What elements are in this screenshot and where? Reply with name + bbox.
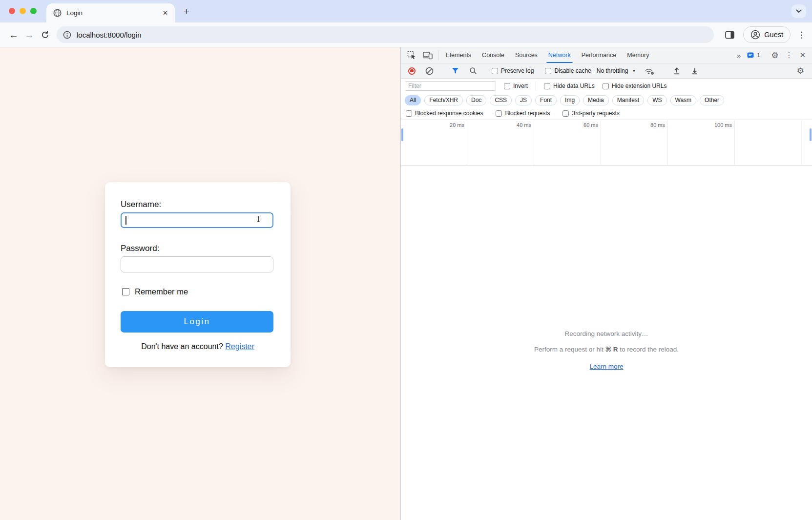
- chip-fetch-xhr[interactable]: Fetch/XHR: [424, 95, 463, 105]
- hide-extension-urls-toggle[interactable]: Hide extension URLs: [603, 83, 667, 89]
- tab-search-button[interactable]: [791, 4, 806, 18]
- tab-network[interactable]: Network: [543, 47, 576, 63]
- search-icon[interactable]: [466, 67, 480, 75]
- timeline-fill: [802, 120, 812, 165]
- new-tab-button[interactable]: +: [180, 4, 193, 18]
- throttling-value: No throttling: [597, 67, 628, 74]
- timeline-right-handle[interactable]: [810, 128, 812, 141]
- checkbox-icon: [406, 110, 412, 117]
- chip-other[interactable]: Other: [700, 95, 724, 105]
- chip-img[interactable]: Img: [560, 95, 580, 105]
- more-tabs-icon[interactable]: »: [733, 51, 744, 60]
- tab-close-icon[interactable]: ✕: [163, 9, 168, 17]
- network-filter-row: Invert Hide data URLs Hide extension URL…: [401, 79, 812, 93]
- username-field[interactable]: [121, 212, 273, 228]
- hide-data-urls-label: Hide data URLs: [553, 83, 595, 89]
- preserve-log-toggle[interactable]: Preserve log: [492, 67, 534, 74]
- timeline-tick: 100 ms: [668, 120, 735, 165]
- chip-font[interactable]: Font: [535, 95, 557, 105]
- devtools-panel: Elements Console Sources Network Perform…: [400, 47, 812, 520]
- profile-button[interactable]: Guest: [743, 26, 791, 43]
- chip-js[interactable]: JS: [515, 95, 532, 105]
- inspect-element-icon[interactable]: [404, 47, 419, 63]
- filter-icon[interactable]: [448, 67, 462, 74]
- hide-extension-urls-label: Hide extension URLs: [612, 83, 667, 89]
- recording-status-text: Recording network activity…: [401, 330, 812, 337]
- export-har-icon[interactable]: [687, 67, 702, 75]
- timeline-tick: 20 ms: [401, 120, 467, 165]
- checkbox-icon: [545, 68, 551, 74]
- import-har-icon[interactable]: [669, 67, 684, 75]
- tab-strip: Login ✕ +: [0, 0, 812, 22]
- device-toolbar-icon[interactable]: [419, 47, 436, 63]
- invert-toggle[interactable]: Invert: [504, 83, 528, 89]
- login-card: Username: I Password: Remember me Login …: [105, 182, 291, 367]
- network-overview-timeline[interactable]: 20 ms 40 ms 60 ms 80 ms 100 ms: [401, 120, 812, 166]
- resource-type-chips: All Fetch/XHR Doc CSS JS Font Img Media …: [401, 93, 812, 107]
- login-button[interactable]: Login: [121, 311, 273, 333]
- chip-ws[interactable]: WS: [647, 95, 666, 105]
- filter-input[interactable]: [405, 81, 496, 91]
- remember-me-row[interactable]: Remember me: [122, 287, 188, 296]
- tab-performance[interactable]: Performance: [576, 47, 622, 63]
- chip-all[interactable]: All: [405, 95, 421, 105]
- devtools-close-icon[interactable]: ✕: [796, 51, 809, 60]
- throttling-dropdown[interactable]: No throttling ▼: [595, 67, 638, 74]
- tab-elements[interactable]: Elements: [440, 47, 477, 63]
- chip-manifest[interactable]: Manifest: [612, 95, 644, 105]
- chip-css[interactable]: CSS: [490, 95, 512, 105]
- password-label: Password:: [121, 244, 159, 253]
- register-row: Don't have an account? Register: [105, 342, 291, 351]
- checkbox-icon: [562, 110, 569, 117]
- tab-sources[interactable]: Sources: [510, 47, 543, 63]
- record-button[interactable]: [408, 67, 416, 75]
- issues-button[interactable]: 1: [744, 52, 763, 59]
- web-page: Username: I Password: Remember me Login …: [0, 47, 400, 520]
- reload-button[interactable]: [37, 26, 53, 43]
- third-party-requests-toggle[interactable]: 3rd-party requests: [562, 110, 619, 117]
- globe-favicon-icon: [53, 9, 62, 17]
- blocked-response-cookies-toggle[interactable]: Blocked response cookies: [406, 110, 483, 117]
- window-minimize-button[interactable]: [20, 8, 26, 14]
- browser-tab-login[interactable]: Login ✕: [46, 3, 175, 22]
- timeline-tick: 40 ms: [467, 120, 534, 165]
- url-text: localhost:8000/login: [77, 31, 142, 39]
- chip-wasm[interactable]: Wasm: [670, 95, 697, 105]
- chip-doc[interactable]: Doc: [466, 95, 486, 105]
- disable-cache-toggle[interactable]: Disable cache: [545, 67, 591, 74]
- browser-menu-button[interactable]: ⋮: [796, 30, 806, 40]
- divider: [536, 82, 536, 90]
- network-settings-icon[interactable]: ⚙: [793, 67, 808, 75]
- site-info-icon[interactable]: [63, 31, 71, 39]
- timeline-tick: 80 ms: [601, 120, 668, 165]
- invert-label: Invert: [513, 83, 528, 89]
- checkbox-icon: [492, 68, 498, 74]
- window-maximize-button[interactable]: [30, 8, 37, 14]
- chip-media[interactable]: Media: [583, 95, 609, 105]
- password-field[interactable]: [121, 256, 273, 272]
- clear-icon[interactable]: [422, 67, 437, 75]
- tab-title: Login: [66, 9, 158, 17]
- side-panel-button[interactable]: [722, 26, 737, 43]
- register-link[interactable]: Register: [225, 342, 254, 351]
- devtools-settings-icon[interactable]: ⚙: [768, 51, 782, 60]
- network-conditions-icon[interactable]: [641, 67, 658, 75]
- tab-memory[interactable]: Memory: [622, 47, 654, 63]
- tab-console[interactable]: Console: [477, 47, 510, 63]
- guest-avatar-icon: [750, 30, 760, 40]
- back-button[interactable]: ←: [6, 26, 21, 43]
- blocked-filters-row: Blocked response cookies Blocked request…: [401, 107, 812, 120]
- remember-me-checkbox[interactable]: [122, 288, 129, 295]
- recording-hint-text: Perform a request or hit ⌘ R to record t…: [401, 345, 812, 353]
- disable-cache-label: Disable cache: [554, 67, 591, 74]
- address-bar[interactable]: localhost:8000/login: [57, 26, 714, 43]
- timeline-left-handle[interactable]: [401, 128, 403, 141]
- blocked-requests-toggle[interactable]: Blocked requests: [496, 110, 550, 117]
- hide-data-urls-toggle[interactable]: Hide data URLs: [544, 83, 595, 89]
- devtools-menu-icon[interactable]: ⋮: [782, 51, 796, 60]
- blocked-requests-label: Blocked requests: [505, 110, 550, 117]
- content-area: Username: I Password: Remember me Login …: [0, 47, 812, 520]
- window-controls: [9, 8, 37, 14]
- learn-more-link[interactable]: Learn more: [589, 363, 623, 370]
- window-close-button[interactable]: [9, 8, 15, 14]
